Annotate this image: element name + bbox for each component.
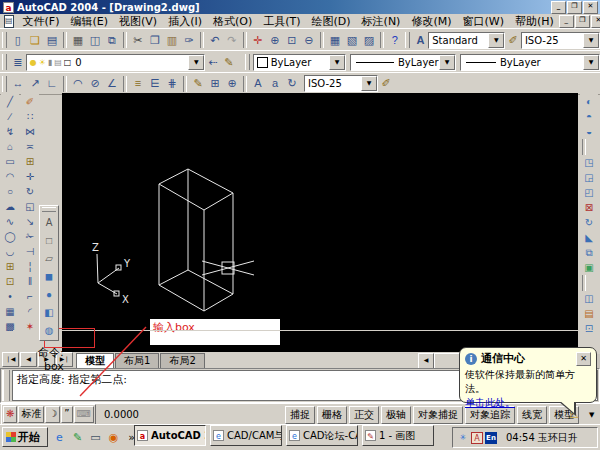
menu-item[interactable]: 视图(V) (114, 14, 162, 29)
sheetset-manager-button[interactable]: ▨ (361, 32, 377, 49)
save-button[interactable]: ▤ (44, 32, 60, 49)
ime-punctuation-icon[interactable]: ” (61, 406, 72, 423)
status-toggle-button[interactable]: 捕捉 (285, 406, 315, 424)
text-style-dropdown[interactable]: Standard ▼ (428, 32, 505, 49)
dimension-style-manager-button[interactable]: ✐ (378, 75, 394, 92)
media-player-icon[interactable]: ◉ (106, 430, 121, 445)
status-toggle-button[interactable]: 极轴 (381, 406, 411, 424)
command-window-grip[interactable] (2, 370, 10, 401)
chevron-down-icon[interactable]: ▼ (583, 55, 599, 70)
restore-button[interactable]: ❐ (567, 1, 582, 14)
dim-style-button[interactable]: ✐ (505, 32, 520, 49)
move-button[interactable]: ✛ (21, 169, 39, 184)
ordinate-dimension-button[interactable]: ∟ (44, 75, 60, 92)
chevron-down-icon[interactable]: ▼ (488, 33, 504, 48)
fillet-button[interactable]: ◜ (21, 304, 39, 319)
quick-dimension-button[interactable]: ≡ (130, 75, 146, 92)
zoom-realtime-button[interactable]: ⊕ (267, 32, 283, 49)
redo-button[interactable]: ↷ (224, 32, 240, 49)
copy-object-button[interactable]: ∷ (21, 109, 39, 124)
gouraud-shaded-edges-on-button[interactable]: ◍ (40, 322, 58, 340)
task-button[interactable]: a AutoCAD 200... (134, 425, 206, 446)
taper-faces-button[interactable]: ◣ (580, 230, 598, 245)
angular-dimension-button[interactable]: ∠ (104, 75, 120, 92)
chevron-down-icon[interactable]: ▼ (188, 55, 204, 70)
toolbar-grip[interactable] (42, 207, 56, 212)
dimension-style-dropdown[interactable]: ISO-25 ▼ (304, 75, 378, 92)
copy-edges-button[interactable]: ◫ (580, 291, 598, 306)
status-caret-icon[interactable]: ▼ (589, 411, 594, 419)
layer-previous-button[interactable]: ⇠ (205, 54, 221, 71)
toolbar-grip[interactable] (405, 32, 410, 48)
menu-item[interactable]: 编辑(E) (65, 14, 113, 29)
ime-keyboard-icon[interactable]: ⌨ (74, 406, 94, 423)
cut-button[interactable]: ✂ (130, 32, 146, 49)
zoom-previous-button[interactable]: ⊖ (301, 32, 317, 49)
spline-button[interactable]: ∿ (1, 214, 19, 229)
insert-block-button[interactable]: ⊞ (1, 259, 19, 274)
publish-button[interactable]: ⧉ (104, 32, 120, 49)
array-button[interactable]: ⊞ (21, 154, 39, 169)
toolbar-grip[interactable] (2, 32, 7, 48)
plot-button[interactable]: ▦ (70, 32, 86, 49)
make-object-layer-button[interactable]: ✎ (221, 54, 237, 71)
center-mark-button[interactable]: ⊕ (224, 75, 240, 92)
scale-button[interactable]: ◱ (21, 199, 39, 214)
gouraud-shaded-button[interactable]: ● (40, 286, 58, 304)
menu-item[interactable]: 窗口(W) (457, 14, 508, 29)
ie-quicklaunch-icon[interactable]: e (52, 430, 67, 445)
radius-dimension-button[interactable]: ◠ (70, 75, 86, 92)
line-button[interactable]: ╱ (1, 94, 19, 109)
intersect-button[interactable]: ◒ (580, 124, 598, 139)
color-dropdown[interactable]: ByLayer ▼ (253, 54, 346, 71)
status-toggle-button[interactable]: 正交 (349, 406, 379, 424)
make-block-button[interactable]: ⊡ (1, 274, 19, 289)
point-button[interactable]: • (1, 289, 19, 304)
ellipse-arc-button[interactable]: ◡ (1, 244, 19, 259)
menu-item[interactable]: 修改(M) (406, 14, 456, 29)
offset-faces-button[interactable]: ◰ (580, 185, 598, 200)
aligned-dimension-button[interactable]: ↗ (27, 75, 43, 92)
doc-restore-button[interactable]: ❐ (575, 15, 590, 28)
editor-quicklaunch-icon[interactable]: ✎ (70, 430, 85, 445)
flat-shaded-button[interactable]: ◼ (40, 268, 58, 286)
text-style-button[interactable]: A (413, 32, 428, 49)
chamfer-button[interactable]: ⌐ (21, 289, 39, 304)
chevron-down-icon[interactable]: ▼ (329, 55, 345, 70)
delete-faces-button[interactable]: ⊠ (580, 200, 598, 215)
task-button[interactable]: e CAD/CAM与制... (210, 425, 282, 446)
3d-wireframe-button[interactable]: □ (40, 232, 58, 250)
continue-dimension-button[interactable]: ⋕ (164, 75, 180, 92)
plot-preview-button[interactable]: ◫ (87, 32, 103, 49)
zoom-window-button[interactable]: ⊡ (284, 32, 300, 49)
language-tray-icon[interactable]: En (485, 432, 497, 444)
2d-wireframe-button[interactable]: A (40, 214, 58, 232)
chevron-down-icon[interactable]: ▼ (361, 76, 377, 91)
tool-palettes-button[interactable]: ▧ (344, 32, 360, 49)
copy-faces-button[interactable]: ⧉ (580, 245, 598, 260)
linetype-dropdown[interactable]: ByLayer ▼ (350, 54, 456, 71)
toolbar-grip[interactable] (2, 76, 7, 92)
toolbar-grip[interactable] (245, 54, 250, 70)
menu-item[interactable]: 插入(I) (163, 14, 207, 29)
break-button[interactable]: ‖ (21, 274, 39, 289)
task-button[interactable]: ✎ 1 - 画图 (362, 425, 434, 446)
polygon-button[interactable]: ⌂ (1, 139, 19, 154)
help-button[interactable]: ? (387, 32, 403, 49)
menu-item[interactable]: 标注(N) (357, 14, 406, 29)
menu-item[interactable]: 绘图(D) (307, 14, 356, 29)
designcenter-button[interactable]: ▦ (327, 32, 343, 49)
doc-minimize-button[interactable]: _ (559, 15, 574, 28)
dim-style-dropdown[interactable]: ISO-25 ▼ (521, 32, 600, 49)
dimension-update-button[interactable]: ↻ (284, 75, 300, 92)
task-button[interactable]: e CAD论坛-CAD... (286, 425, 358, 446)
ime-mode-button[interactable]: 标准 (18, 406, 44, 423)
toolbar-grip[interactable] (2, 54, 7, 70)
open-button[interactable]: ❏ (27, 32, 43, 49)
erase-button[interactable]: ✐ (21, 94, 39, 109)
new-button[interactable]: ▯ (10, 32, 26, 49)
close-button[interactable]: ✕ (583, 1, 598, 14)
hidden-button[interactable]: ▱ (40, 250, 58, 268)
ime-halfwidth-icon[interactable]: ☽ (45, 406, 60, 423)
color-edges-button[interactable]: ▤ (580, 306, 598, 321)
